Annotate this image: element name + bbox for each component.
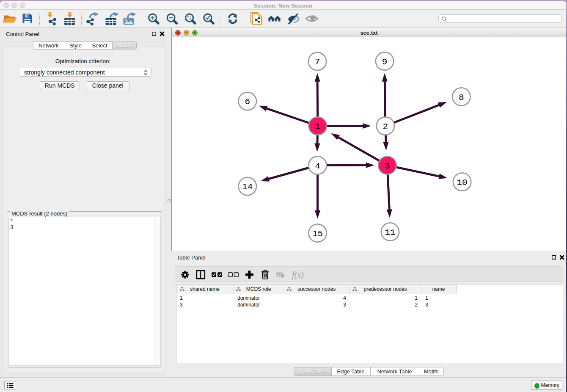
- svg-text:2: 2: [383, 122, 388, 132]
- svg-text:11: 11: [385, 228, 395, 237]
- svg-text:9: 9: [382, 57, 388, 67]
- svg-text:3: 3: [385, 161, 390, 171]
- svg-text:f(x): f(x): [292, 270, 304, 280]
- svg-text:10: 10: [457, 178, 467, 188]
- svg-text:6: 6: [245, 97, 250, 107]
- svg-text:4: 4: [315, 161, 320, 171]
- svg-text:1: 1: [315, 122, 320, 132]
- svg-text:15: 15: [312, 229, 323, 239]
- svg-text:7: 7: [315, 57, 320, 67]
- svg-text:14: 14: [242, 182, 253, 192]
- svg-text:8: 8: [459, 93, 464, 102]
